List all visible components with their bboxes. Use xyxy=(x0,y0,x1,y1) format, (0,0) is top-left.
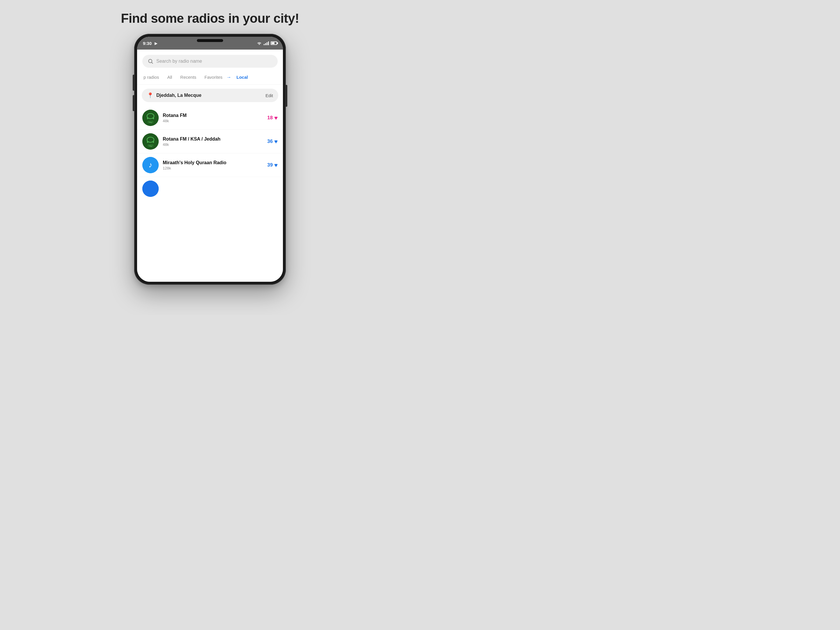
tab-arrow-icon: → xyxy=(227,75,231,80)
tab-local[interactable]: Local xyxy=(232,72,252,82)
play-icon: ▶ xyxy=(155,41,158,46)
svg-rect-5 xyxy=(153,117,154,119)
radio-list: روتانا Rotana FM 48k 18 ♥ xyxy=(137,104,283,282)
heart-icon: ♥ xyxy=(274,138,278,145)
svg-rect-11 xyxy=(153,141,154,143)
tabs-container: p radios All Recents Favorites → Local xyxy=(137,71,283,85)
radio-name: Rotana FM / KSA / Jeddah xyxy=(163,136,263,142)
like-count: 18 xyxy=(267,115,273,121)
location-city: Djeddah, La Mecque xyxy=(156,93,262,98)
heart-icon: ♥ xyxy=(274,115,278,122)
edit-location-button[interactable]: Edit xyxy=(265,93,273,98)
volume-up-button xyxy=(133,75,134,91)
location-pin-icon: 📍 xyxy=(147,92,153,99)
svg-line-1 xyxy=(152,62,153,63)
status-icons xyxy=(257,41,277,45)
heart-icon: ♥ xyxy=(274,162,278,169)
svg-text:♪: ♪ xyxy=(149,160,153,169)
radio-item[interactable]: روتانا Rotana FM / KSA / Jeddah 48k 36 ♥ xyxy=(137,130,283,153)
radio-info: Rotana FM 48k xyxy=(163,113,263,123)
location-bar[interactable]: 📍 Djeddah, La Mecque Edit xyxy=(142,88,278,102)
phone-mockup: 9:30 ▶ xyxy=(134,34,286,285)
tab-top-radios[interactable]: p radios xyxy=(139,72,163,82)
tab-all[interactable]: All xyxy=(163,72,176,82)
radio-bitrate: 128k xyxy=(163,166,263,171)
radio-item[interactable]: ♪ Miraath's Holy Quraan Radio 128k 39 ♥ xyxy=(137,153,283,177)
radio-info: Miraath's Holy Quraan Radio 128k xyxy=(163,160,263,171)
partial-radio-logo xyxy=(142,180,159,197)
radio-logo-rotana-fm: روتانا xyxy=(142,110,159,126)
radio-stats: 36 ♥ xyxy=(267,138,278,145)
svg-text:روتانا: روتانا xyxy=(149,122,152,123)
radio-bitrate: 48k xyxy=(163,142,263,147)
radio-item[interactable]: روتانا Rotana FM 48k 18 ♥ xyxy=(137,106,283,130)
search-placeholder: Search by radio name xyxy=(156,58,202,64)
radio-name: Rotana FM xyxy=(163,113,263,118)
svg-rect-10 xyxy=(147,141,148,143)
svg-rect-4 xyxy=(147,117,148,119)
svg-point-8 xyxy=(142,133,159,150)
page-title: Find some radios in your city! xyxy=(121,11,299,26)
radio-info: Rotana FM / KSA / Jeddah 48k xyxy=(163,136,263,147)
tab-favorites[interactable]: Favorites xyxy=(201,72,227,82)
radio-bitrate: 48k xyxy=(163,119,263,123)
status-time: 9:30 xyxy=(143,41,152,46)
search-container: Search by radio name xyxy=(137,50,283,71)
power-button xyxy=(286,85,287,107)
signal-icon xyxy=(264,41,269,45)
search-icon xyxy=(148,58,153,64)
phone-screen: 9:30 ▶ xyxy=(137,37,283,282)
phone-speaker xyxy=(197,39,223,42)
radio-stats: 39 ♥ xyxy=(267,162,278,169)
battery-icon xyxy=(271,41,277,45)
svg-point-2 xyxy=(142,110,159,126)
radio-name: Miraath's Holy Quraan Radio xyxy=(163,160,263,165)
radio-logo-rotana-ksa: روتانا xyxy=(142,133,159,150)
svg-point-16 xyxy=(142,180,159,197)
search-bar[interactable]: Search by radio name xyxy=(142,55,278,68)
like-count: 36 xyxy=(267,139,273,144)
tab-recents[interactable]: Recents xyxy=(176,72,201,82)
volume-down-button xyxy=(133,95,134,111)
status-bar: 9:30 ▶ xyxy=(137,37,283,50)
radio-logo-miraath: ♪ xyxy=(142,157,159,173)
app-content: Search by radio name p radios All Recent… xyxy=(137,50,283,282)
like-count: 39 xyxy=(267,162,273,168)
radio-item-partial xyxy=(137,177,283,201)
radio-stats: 18 ♥ xyxy=(267,115,278,122)
svg-text:روتانا: روتانا xyxy=(149,145,152,147)
wifi-icon xyxy=(257,41,262,45)
